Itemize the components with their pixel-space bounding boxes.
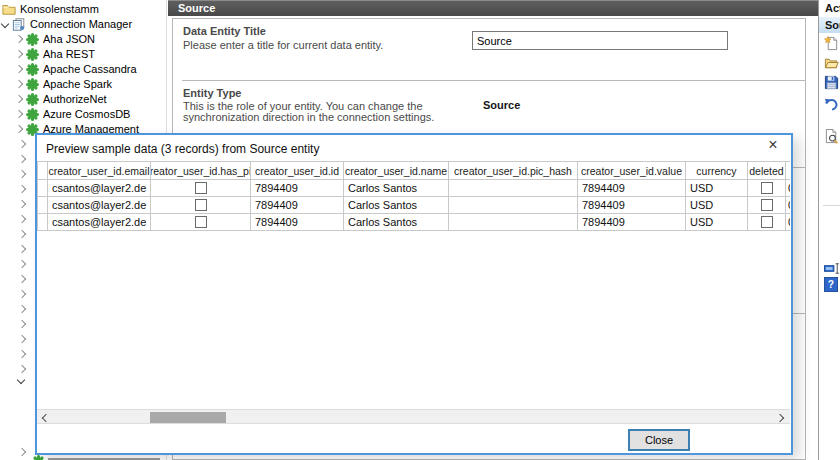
tree-expanded-chevron[interactable]	[17, 376, 25, 384]
cell-has_pic[interactable]	[151, 180, 251, 197]
cell-clipped[interactable]: 0	[786, 197, 790, 214]
tree-collapsed-chevron[interactable]	[18, 290, 26, 298]
tree-collapsed-chevron[interactable]	[18, 448, 26, 456]
tree-item-aha-rest[interactable]: Aha REST	[16, 47, 95, 61]
cell-deleted[interactable]	[748, 197, 786, 214]
row-header-cell[interactable]	[38, 214, 48, 231]
column-header-value[interactable]: creator_user_id.value	[578, 162, 686, 180]
tree-collapsed-chevron[interactable]	[15, 35, 23, 43]
tree-collapsed-chevron[interactable]	[18, 305, 26, 313]
tree-item-konsolenstamm[interactable]: Konsolenstamm	[2, 2, 99, 16]
tree-collapsed-chevron[interactable]	[18, 260, 26, 268]
dialog-close-icon[interactable]: ×	[762, 136, 784, 154]
tree-item-aha-json[interactable]: Aha JSON	[16, 32, 95, 46]
action-help-button[interactable]: ?	[824, 277, 838, 296]
checkbox-unchecked[interactable]	[761, 182, 773, 194]
cell-currency[interactable]: USD	[686, 180, 748, 197]
action-undo-button[interactable]	[824, 97, 839, 116]
cell-email[interactable]: csantos@layer2.de	[48, 214, 151, 231]
action-open-button[interactable]	[824, 55, 839, 74]
data-entity-title-input[interactable]	[472, 31, 728, 50]
cell-clipped[interactable]: 0	[786, 180, 790, 197]
actions-pane-title: Actions	[825, 2, 840, 14]
tree-collapsed-chevron[interactable]	[18, 365, 26, 373]
tree-item-apache-spark[interactable]: Apache Spark	[16, 77, 112, 91]
checkbox-unchecked[interactable]	[195, 199, 207, 211]
column-header-deleted[interactable]: deleted	[748, 162, 786, 180]
tree-collapsed-chevron[interactable]	[15, 80, 23, 88]
tree-collapsed-chevron[interactable]	[18, 215, 26, 223]
cell-name[interactable]: Carlos Santos	[344, 180, 449, 197]
tree-collapsed-chevron[interactable]	[18, 155, 26, 163]
cell-has_pic[interactable]	[151, 214, 251, 231]
tree-collapsed-chevron[interactable]	[15, 50, 23, 58]
tree-collapsed-chevron[interactable]	[18, 275, 26, 283]
checkbox-unchecked[interactable]	[195, 216, 207, 228]
action-preview-button[interactable]	[824, 129, 839, 148]
scrollbar-thumb[interactable]	[150, 412, 226, 423]
tree-collapsed-chevron[interactable]	[18, 185, 26, 193]
tree-collapsed-chevron[interactable]	[15, 95, 23, 103]
action-new-entity-button[interactable]	[824, 36, 839, 55]
cell-pic_hash[interactable]	[449, 214, 578, 231]
tree-collapsed-chevron[interactable]	[18, 335, 26, 343]
scroll-right-icon[interactable]	[776, 413, 784, 421]
tree-collapsed-chevron[interactable]	[15, 125, 23, 133]
cell-value[interactable]: 7894409	[578, 214, 686, 231]
tree-expanded-chevron[interactable]	[1, 20, 9, 28]
action-save-button[interactable]	[824, 75, 839, 94]
tree-item-authorizenet[interactable]: AuthorizeNet	[16, 92, 107, 106]
actions-section-source[interactable]: Source	[819, 17, 840, 33]
cell-name[interactable]: Carlos Santos	[344, 214, 449, 231]
tree-collapsed-chevron[interactable]	[18, 245, 26, 253]
column-header-name[interactable]: creator_user_id.name	[344, 162, 449, 180]
tree-collapsed-chevron[interactable]	[18, 350, 26, 358]
tree-collapsed-chevron[interactable]	[15, 110, 23, 118]
column-header-has_pic[interactable]: creator_user_id.has_pic	[151, 162, 251, 180]
column-header-clipped[interactable]	[786, 162, 790, 180]
tree-collapsed-chevron[interactable]	[18, 140, 26, 148]
tree-collapsed-chevron[interactable]	[18, 170, 26, 178]
cell-email[interactable]: csantos@layer2.de	[48, 197, 151, 214]
horizontal-scrollbar[interactable]	[37, 409, 790, 424]
preview-dialog: Preview sample data (3 records) from Sou…	[35, 133, 793, 455]
tree-item-label: Konsolenstamm	[20, 3, 99, 15]
tree-collapsed-chevron[interactable]	[18, 320, 26, 328]
cell-id[interactable]: 7894409	[251, 180, 344, 197]
tree-item-azure-cosmosdb[interactable]: Azure CosmosDB	[16, 107, 130, 121]
data-entity-title-label: Data Entity Title	[183, 25, 266, 37]
cell-deleted[interactable]	[748, 180, 786, 197]
actions-group-separator	[823, 205, 840, 206]
column-header-currency[interactable]: currency	[686, 162, 748, 180]
cell-pic_hash[interactable]	[449, 180, 578, 197]
cell-pic_hash[interactable]	[449, 197, 578, 214]
cell-value[interactable]: 7894409	[578, 197, 686, 214]
cell-deleted[interactable]	[748, 214, 786, 231]
cell-value[interactable]: 7894409	[578, 180, 686, 197]
checkbox-unchecked[interactable]	[761, 199, 773, 211]
checkbox-unchecked[interactable]	[761, 216, 773, 228]
cell-currency[interactable]: USD	[686, 197, 748, 214]
close-button[interactable]: Close	[628, 429, 690, 451]
row-header-cell[interactable]	[38, 197, 48, 214]
cell-has_pic[interactable]	[151, 197, 251, 214]
tree-collapsed-chevron[interactable]	[18, 230, 26, 238]
checkbox-unchecked[interactable]	[195, 182, 207, 194]
tree-item-apache-cassandra[interactable]: Apache Cassandra	[16, 62, 137, 76]
cell-currency[interactable]: USD	[686, 214, 748, 231]
row-header-cell[interactable]	[38, 180, 48, 197]
column-header-pic_hash[interactable]: creator_user_id.pic_hash	[449, 162, 578, 180]
cell-id[interactable]: 7894409	[251, 197, 344, 214]
row-header-corner[interactable]	[38, 162, 48, 180]
tree-collapsed-chevron[interactable]	[18, 200, 26, 208]
entity-type-label: Entity Type	[183, 87, 241, 99]
cell-clipped[interactable]: 0	[786, 214, 790, 231]
scroll-left-icon[interactable]	[42, 413, 50, 421]
tree-item-connection-manager[interactable]: Connection Manager	[2, 17, 132, 31]
tree-collapsed-chevron[interactable]	[15, 65, 23, 73]
column-header-email[interactable]: creator_user_id.email	[48, 162, 151, 180]
cell-id[interactable]: 7894409	[251, 214, 344, 231]
column-header-id[interactable]: creator_user_id.id	[251, 162, 344, 180]
cell-name[interactable]: Carlos Santos	[344, 197, 449, 214]
cell-email[interactable]: csantos@layer2.de	[48, 180, 151, 197]
